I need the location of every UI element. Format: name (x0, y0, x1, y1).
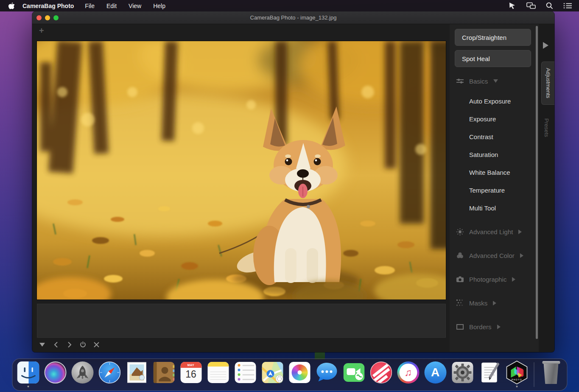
tab-adjustments[interactable]: Adjustments (541, 62, 554, 105)
calendar-day: 16 (180, 369, 201, 380)
menu-file[interactable]: File (85, 3, 95, 9)
safari-icon (98, 361, 121, 384)
spot-heal-button[interactable]: Spot Heal (455, 50, 531, 67)
close-window-button[interactable] (36, 15, 42, 20)
section-advanced-color[interactable]: Advanced Color (456, 246, 539, 264)
dock-item-app-store[interactable]: A (423, 361, 448, 389)
chevron-right-icon (497, 325, 501, 329)
mask-dots-icon (456, 300, 464, 306)
section-advanced-light-label: Advanced Light (469, 228, 513, 235)
adjustment-white-balance[interactable]: White Balance (455, 163, 539, 181)
camera-icon (456, 276, 464, 282)
dock-item-photos[interactable] (287, 361, 312, 389)
launchpad-icon (71, 361, 93, 384)
sidebar-scrollbar[interactable] (536, 26, 538, 339)
panel-collapse-arrow-icon[interactable] (543, 42, 548, 50)
add-image-button[interactable]: + (39, 26, 44, 36)
dock-item-trash[interactable] (539, 361, 563, 389)
apple-menu-icon[interactable] (8, 2, 15, 9)
screen-sharing-icon[interactable] (508, 2, 516, 9)
news-icon (369, 361, 393, 384)
previous-icon[interactable] (53, 341, 59, 348)
adjustment-saturation[interactable]: Saturation (455, 146, 539, 163)
dock-item-mail[interactable] (124, 361, 149, 389)
camerabag-window: CameraBag Photo - image_132.jpg + (32, 11, 554, 352)
dock-item-maps[interactable] (260, 361, 285, 389)
photo-canvas[interactable] (37, 41, 446, 300)
section-borders-label: Borders (469, 323, 492, 330)
contacts-icon (152, 361, 176, 384)
adjustment-contrast[interactable]: Contrast (455, 128, 539, 146)
section-photographic[interactable]: Photographic (456, 270, 539, 288)
dock-item-siri[interactable] (43, 361, 67, 389)
dock-item-news[interactable] (369, 361, 393, 389)
dock-item-camerabag-photo[interactable]: PHOTO (504, 361, 529, 389)
menubar-app-name[interactable]: CameraBag Photo (22, 3, 74, 9)
messages-icon (315, 361, 338, 384)
adjustments-sidebar: Crop/Straighten Spot Heal Basics (450, 24, 554, 352)
next-icon[interactable] (66, 341, 73, 348)
minimize-window-button[interactable] (45, 15, 50, 20)
displays-icon[interactable] (526, 2, 536, 9)
menu-help[interactable]: Help (153, 3, 165, 9)
adjustment-auto-exposure[interactable]: Auto Exposure (455, 92, 539, 110)
editor-main-area: + (32, 24, 450, 352)
siri-icon (44, 361, 66, 384)
section-masks[interactable]: Masks (456, 294, 539, 312)
filmstrip-panel[interactable] (37, 304, 446, 338)
chevron-right-icon (520, 253, 523, 258)
dock-item-calendar[interactable]: MAY 16 (179, 361, 203, 389)
notification-list-icon[interactable] (563, 3, 572, 9)
chevron-right-icon (493, 301, 496, 305)
crop-straighten-button[interactable]: Crop/Straighten (455, 29, 531, 46)
dock: MAY 16 (12, 358, 567, 391)
trash-icon (541, 361, 561, 384)
dock-item-contacts[interactable] (151, 361, 176, 389)
chevron-right-icon (518, 230, 522, 234)
adjustment-exposure[interactable]: Exposure (455, 110, 539, 128)
system-preferences-icon (452, 362, 473, 383)
dock-item-messages[interactable] (314, 361, 339, 389)
sun-icon (456, 228, 464, 235)
sliders-icon (456, 78, 464, 84)
dock-separator (534, 362, 534, 387)
collapse-icon[interactable] (39, 341, 45, 348)
close-icon[interactable] (93, 341, 100, 348)
menu-bar: CameraBag Photo File Edit View Help (0, 0, 579, 11)
reminders-icon (235, 362, 256, 383)
running-indicator (516, 386, 517, 387)
dock-item-finder[interactable] (16, 361, 40, 389)
textedit-icon (478, 361, 501, 384)
dock-item-reminders[interactable] (233, 361, 257, 389)
menu-view[interactable]: View (129, 3, 141, 9)
adjustment-multi-tool[interactable]: Multi Tool (455, 199, 539, 217)
dock-item-facetime[interactable] (341, 361, 366, 389)
chevron-down-icon (493, 79, 498, 83)
section-advanced-light[interactable]: Advanced Light (456, 223, 539, 241)
calendar-month: MAY (180, 362, 201, 368)
notes-icon (207, 362, 229, 383)
dock-item-notes[interactable] (206, 361, 230, 389)
section-borders[interactable]: Borders (456, 318, 539, 336)
running-indicator (27, 386, 29, 387)
zoom-window-button[interactable] (53, 15, 59, 20)
menu-edit[interactable]: Edit (106, 3, 117, 9)
adjustment-temperature[interactable]: Temperature (455, 181, 539, 199)
dock-item-music[interactable]: ♫ (396, 361, 420, 389)
camerabag-label: PHOTO (511, 378, 522, 381)
camerabag-photo-icon: PHOTO (505, 361, 529, 384)
app-store-icon: A (424, 361, 446, 384)
dock-item-textedit[interactable] (477, 361, 502, 389)
dock-item-launchpad[interactable] (70, 361, 95, 389)
power-icon[interactable] (80, 341, 86, 348)
tab-presets[interactable]: Presets (540, 112, 553, 143)
finder-icon (16, 361, 40, 384)
calendar-icon: MAY 16 (180, 362, 201, 383)
spotlight-search-icon[interactable] (546, 2, 553, 9)
dock-item-safari[interactable] (97, 361, 122, 389)
chevron-right-icon (512, 277, 515, 282)
window-titlebar[interactable]: CameraBag Photo - image_132.jpg (32, 11, 554, 24)
basics-items: Auto Exposure Exposure Contrast Saturati… (455, 92, 539, 217)
section-basics[interactable]: Basics (456, 77, 539, 85)
dock-item-system-preferences[interactable] (450, 361, 475, 389)
